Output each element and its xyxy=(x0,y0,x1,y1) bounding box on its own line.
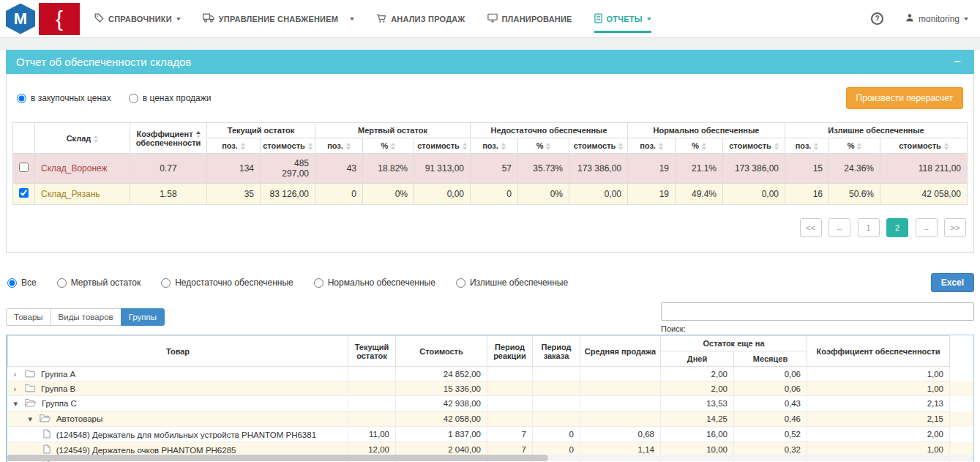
nav-planning[interactable]: ПЛАНИРОВАНИЕ xyxy=(487,13,572,24)
sort-icon[interactable] xyxy=(241,143,245,150)
product-group-name[interactable]: Группа C xyxy=(42,399,77,408)
subcolumn-header[interactable]: поз. xyxy=(207,138,261,154)
subcolumn-header[interactable]: стоимость xyxy=(723,138,785,154)
product-group-name[interactable]: Группа B xyxy=(41,384,75,393)
product-name[interactable]: (124549) Держатель очков PHANTOM PH6285 xyxy=(56,446,236,455)
subcolumn-header[interactable]: поз. xyxy=(315,138,363,154)
warehouse-table: Склад Коэффициент обеспеченности Текущий… xyxy=(12,122,968,205)
filter-oversupplied-input[interactable] xyxy=(456,278,465,288)
stock-cell: 11,00 xyxy=(348,427,396,442)
subcolumn-header[interactable]: % xyxy=(829,138,880,154)
radio-purchase-prices-input[interactable] xyxy=(17,94,26,103)
product-group-row: ▾ Группа C 42 938,00 13,53 0,43 2,13 xyxy=(8,396,974,411)
filter-undersupplied-input[interactable] xyxy=(161,278,171,288)
user-menu[interactable]: monitoring xyxy=(905,13,968,24)
cart-icon xyxy=(376,13,386,25)
search-input[interactable] xyxy=(661,302,974,321)
filter-dead-stock[interactable]: Мертвый остаток xyxy=(57,277,141,288)
sort-icon[interactable] xyxy=(857,143,861,150)
recalculate-button[interactable]: Произвести перерасчет xyxy=(846,87,963,109)
reaction-cell: 7 xyxy=(487,427,533,442)
sort-asc-icon[interactable] xyxy=(196,131,201,138)
radio-sale-prices[interactable]: в ценах продажи xyxy=(129,93,212,103)
product-name[interactable]: (124548) Держатель для мобильных устройс… xyxy=(56,431,316,439)
months-cell: 0,06 xyxy=(734,367,807,381)
nav-supply-management[interactable]: УПРАВЛЕНИЕ СНАБЖЕНИЕМ xyxy=(203,13,354,24)
product-group-name[interactable]: Группа A xyxy=(41,370,75,379)
sort-icon[interactable] xyxy=(944,143,949,150)
nav-sales-analysis[interactable]: АНАЛИЗ ПРОДАЖ xyxy=(376,13,465,25)
warehouse-link[interactable]: Склад_Воронеж xyxy=(41,163,108,174)
filter-oversupplied[interactable]: Излишне обеспеченные xyxy=(456,277,568,288)
excess-pos-cell: 15 xyxy=(785,154,829,184)
collapse-arrow-icon[interactable]: ▾ xyxy=(14,399,23,409)
normal-pct-cell: 21.1% xyxy=(676,154,723,184)
excess-pct-cell: 50.6% xyxy=(829,184,880,205)
filter-dead-stock-input[interactable] xyxy=(57,278,67,288)
tab-products[interactable]: Товары xyxy=(6,308,51,326)
sort-icon[interactable] xyxy=(94,135,98,143)
sort-icon[interactable] xyxy=(346,143,351,150)
coefficient-column-header[interactable]: Коэффициент обеспеченности xyxy=(130,123,207,154)
tab-product-types[interactable]: Виды товаров xyxy=(51,308,121,326)
column-label: Период реакции xyxy=(493,343,526,360)
subcolumn-header[interactable]: % xyxy=(676,138,723,154)
expand-arrow-icon[interactable]: › xyxy=(14,384,23,393)
sort-icon[interactable] xyxy=(618,143,623,150)
subcolumn-header[interactable]: стоимость xyxy=(261,138,315,154)
filter-all[interactable]: Все xyxy=(7,277,37,288)
subcolumn-header[interactable]: % xyxy=(363,138,414,154)
sort-icon[interactable] xyxy=(463,143,467,150)
scrollbar-thumb[interactable] xyxy=(7,455,548,461)
sort-icon[interactable] xyxy=(501,143,506,150)
collapse-arrow-icon[interactable]: ▾ xyxy=(29,414,37,424)
sort-icon[interactable] xyxy=(308,143,313,150)
warehouse-column-header[interactable]: Склад xyxy=(35,123,130,154)
product-group-name[interactable]: Автотовары xyxy=(56,414,102,423)
tab-groups[interactable]: Группы xyxy=(121,308,165,326)
page-1-button[interactable]: 1 xyxy=(858,218,880,237)
filter-normal-input[interactable] xyxy=(314,278,323,288)
row-select-checkbox[interactable] xyxy=(19,163,29,172)
horizontal-scrollbar[interactable] xyxy=(7,455,973,461)
days-cell: 2,00 xyxy=(661,381,734,396)
page-2-button[interactable]: 2 xyxy=(886,218,908,237)
sort-icon[interactable] xyxy=(814,143,818,150)
months-cell: 0,43 xyxy=(734,396,807,411)
sort-icon[interactable] xyxy=(774,143,779,150)
column-label: поз. xyxy=(222,141,238,150)
row-select-checkbox[interactable] xyxy=(19,188,29,198)
warehouse-link[interactable]: Склад_Рязань xyxy=(41,189,100,199)
subcolumn-header[interactable]: стоимость xyxy=(569,138,628,154)
column-label: Склад xyxy=(67,134,91,143)
sort-icon[interactable] xyxy=(391,143,395,150)
app-logo[interactable]: M xyxy=(6,4,35,34)
page-prev-button[interactable]: ← xyxy=(828,218,850,237)
nav-reports[interactable]: ОТЧЕТЫ xyxy=(594,13,651,25)
subcolumn-header[interactable]: стоимость xyxy=(414,138,471,154)
radio-sale-prices-input[interactable] xyxy=(129,94,138,103)
sort-icon[interactable] xyxy=(702,143,706,150)
reaction-cell xyxy=(487,367,533,381)
subcolumn-header[interactable]: стоимость xyxy=(880,138,968,154)
subcolumn-header[interactable]: % xyxy=(518,138,569,154)
nav-directories[interactable]: СПРАВОЧНИКИ xyxy=(94,13,181,24)
page-first-button[interactable]: << xyxy=(800,218,822,237)
subcolumn-header[interactable]: поз. xyxy=(628,138,676,154)
page-next-button[interactable]: → xyxy=(916,218,938,237)
filter-normal[interactable]: Нормально обеспеченные xyxy=(314,277,435,288)
subcolumn-header[interactable]: поз. xyxy=(785,138,829,154)
company-logo[interactable]: { xyxy=(39,3,80,35)
sort-icon[interactable] xyxy=(659,143,663,150)
search-block: Поиск: xyxy=(661,302,974,333)
excel-export-button[interactable]: Excel xyxy=(931,273,974,292)
filter-undersupplied[interactable]: Недостаточно обеспеченные xyxy=(161,277,293,288)
expand-arrow-icon[interactable]: › xyxy=(14,370,23,379)
help-icon[interactable]: ? xyxy=(871,12,883,25)
sort-icon[interactable] xyxy=(546,143,550,150)
subcolumn-header[interactable]: поз. xyxy=(471,138,518,154)
radio-purchase-prices[interactable]: в закупочных ценах xyxy=(17,93,111,103)
collapse-button[interactable]: − xyxy=(951,56,964,68)
page-last-button[interactable]: >> xyxy=(944,218,966,237)
filter-all-input[interactable] xyxy=(7,278,17,288)
